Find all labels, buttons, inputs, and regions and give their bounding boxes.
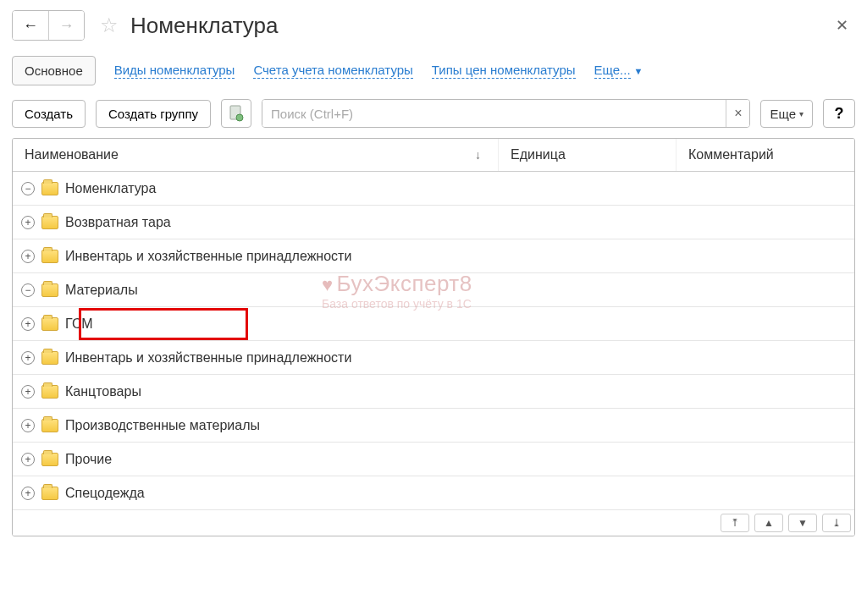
column-unit[interactable]: Единица xyxy=(499,139,676,171)
scroll-up-button[interactable]: ▲ xyxy=(754,514,783,532)
tab-nomenclature-types[interactable]: Виды номенклатуры xyxy=(114,63,235,79)
tree-expander-icon[interactable]: + xyxy=(21,351,35,365)
tab-more-label: Еще... xyxy=(594,63,631,79)
tree-item-label: Возвратная тара xyxy=(65,215,171,230)
tree-item-label: Спецодежда xyxy=(65,486,145,501)
scroll-down-button[interactable]: ▼ xyxy=(788,514,817,532)
sort-indicator-icon: ↓ xyxy=(475,148,481,162)
search-field: × xyxy=(262,99,750,128)
table-header: Наименование ↓ Единица Комментарий xyxy=(13,139,854,172)
folder-icon xyxy=(41,216,58,229)
tab-main[interactable]: Основное xyxy=(12,56,96,85)
tree-item-label: Производственные материалы xyxy=(65,418,260,433)
nomenclature-table: Наименование ↓ Единица Комментарий −Номе… xyxy=(12,138,855,536)
tree-expander-icon[interactable]: + xyxy=(21,419,35,432)
tab-more[interactable]: Еще... ▼ xyxy=(594,63,643,79)
table-row[interactable]: −Номенклатура xyxy=(13,172,854,206)
tree-expander-icon[interactable]: + xyxy=(21,250,35,263)
more-label: Еще xyxy=(770,107,796,121)
table-row[interactable]: +Спецодежда xyxy=(13,476,854,510)
tree-item-label: Инвентарь и хозяйственные принадлежности xyxy=(65,350,351,366)
search-clear-button[interactable]: × xyxy=(726,100,749,127)
folder-icon xyxy=(41,182,58,195)
folder-icon xyxy=(41,487,58,500)
chevron-down-icon: ▾ xyxy=(799,109,803,118)
nav-buttons-group: ← → xyxy=(12,10,85,41)
folder-icon xyxy=(41,419,58,432)
search-input[interactable] xyxy=(262,100,726,127)
folder-icon xyxy=(41,351,58,365)
tree-item-label: Материалы xyxy=(65,283,138,298)
table-row[interactable]: +Канцтовары xyxy=(13,375,854,409)
forward-button[interactable]: → xyxy=(48,11,84,40)
page-title: Номенклатура xyxy=(130,13,822,39)
tab-price-types[interactable]: Типы цен номенклатуры xyxy=(432,63,576,79)
table-footer-nav: ⤒ ▲ ▼ ⤓ xyxy=(13,510,854,536)
table-row[interactable]: +Инвентарь и хозяйственные принадлежност… xyxy=(13,341,854,375)
scroll-top-button[interactable]: ⤒ xyxy=(721,514,749,532)
close-icon[interactable]: ✕ xyxy=(829,13,855,38)
column-name[interactable]: Наименование ↓ xyxy=(13,139,499,171)
column-comment[interactable]: Комментарий xyxy=(676,139,854,171)
folder-icon xyxy=(41,317,58,331)
tree-expander-icon[interactable]: + xyxy=(21,317,35,331)
tree-item-label: Канцтовары xyxy=(65,384,141,399)
table-row[interactable]: +ГСМ xyxy=(13,307,854,341)
table-row[interactable]: +Производственные материалы xyxy=(13,409,854,443)
tree-expander-icon[interactable]: + xyxy=(21,385,35,399)
folder-icon xyxy=(41,385,58,399)
svg-point-1 xyxy=(236,114,243,121)
back-button[interactable]: ← xyxy=(13,11,48,40)
tree-item-label: Инвентарь и хозяйственные принадлежности xyxy=(65,249,351,264)
tree-expander-icon[interactable]: + xyxy=(21,453,35,466)
tree-expander-icon[interactable]: + xyxy=(21,487,35,500)
table-row[interactable]: −Материалы xyxy=(13,273,854,307)
folder-icon xyxy=(41,250,58,263)
tree-expander-icon[interactable]: − xyxy=(21,283,35,297)
tab-accounts[interactable]: Счета учета номенклатуры xyxy=(253,63,412,79)
table-row[interactable]: +Возвратная тара xyxy=(13,206,854,239)
section-tabs: Основное Виды номенклатуры Счета учета н… xyxy=(12,56,855,85)
column-name-label: Наименование xyxy=(25,147,119,162)
favorite-star-icon[interactable]: ☆ xyxy=(100,14,119,37)
tree-item-label: Номенклатура xyxy=(65,181,156,196)
document-icon xyxy=(229,105,244,122)
help-button[interactable]: ? xyxy=(823,99,855,128)
tree-item-label: ГСМ xyxy=(65,316,93,332)
toolbar: Создать Создать группу × Еще ▾ ? xyxy=(12,99,855,128)
tree-expander-icon[interactable]: − xyxy=(21,182,35,195)
table-row[interactable]: +Инвентарь и хозяйственные принадлежност… xyxy=(13,239,854,273)
create-button[interactable]: Создать xyxy=(12,100,86,128)
arrow-right-icon: → xyxy=(59,17,75,35)
table-row[interactable]: +Прочие xyxy=(13,443,854,476)
extra-action-button[interactable] xyxy=(221,99,251,128)
scroll-bottom-button[interactable]: ⤓ xyxy=(822,514,851,532)
folder-icon xyxy=(41,283,58,297)
tree-item-label: Прочие xyxy=(65,452,112,467)
chevron-down-icon: ▼ xyxy=(634,66,643,76)
arrow-left-icon: ← xyxy=(23,17,38,35)
tree-expander-icon[interactable]: + xyxy=(21,216,35,229)
table-body: −Номенклатура+Возвратная тара+Инвентарь … xyxy=(13,172,854,510)
create-group-button[interactable]: Создать группу xyxy=(96,100,211,128)
folder-icon xyxy=(41,453,58,466)
more-button[interactable]: Еще ▾ xyxy=(760,100,813,128)
